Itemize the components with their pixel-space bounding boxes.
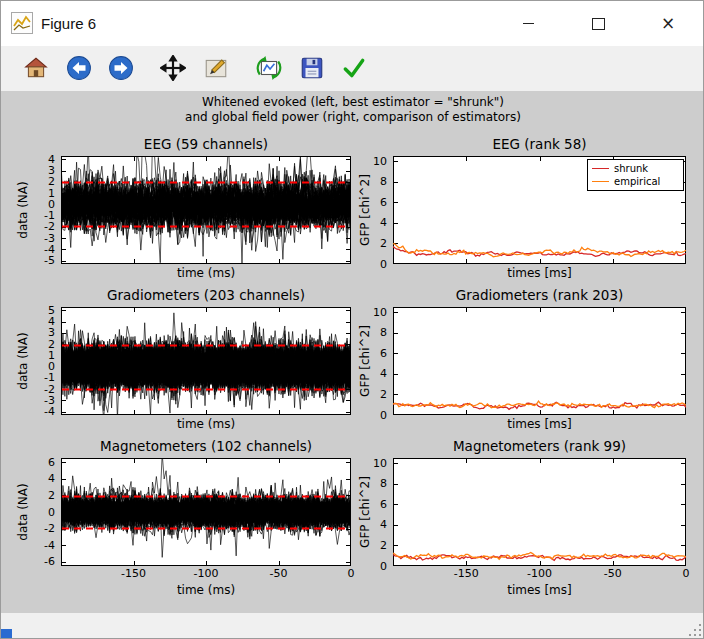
subplot-title: Magnetometers (rank 99): [393, 438, 686, 456]
suptitle-line-1: Whitened evoked (left, best estimator = …: [1, 95, 704, 110]
configure-subplots-button[interactable]: [252, 51, 286, 85]
legend-entry-shrunk: shrunk: [592, 162, 679, 175]
x-axis-label: times [ms]: [393, 417, 686, 431]
status-bar: [1, 613, 704, 639]
subplots-icon: [256, 55, 282, 81]
eeg-evoked-plot-canvas[interactable]: [61, 156, 351, 264]
matplotlib-app-icon: [11, 12, 33, 34]
forward-icon: [108, 55, 134, 81]
edit-button[interactable]: [199, 51, 233, 85]
legend-entry-empirical: empirical: [592, 175, 679, 188]
x-axis-label: times [ms]: [393, 266, 686, 280]
pan-button[interactable]: [156, 51, 190, 85]
save-button[interactable]: [295, 51, 329, 85]
resize-grip[interactable]: [689, 624, 701, 636]
subplot-title: Gradiometers (203 channels): [61, 287, 351, 305]
y-axis-tick-labels: 6420-2-4-6: [11, 458, 55, 566]
x-axis-label: time (ms): [61, 583, 351, 597]
maximize-button[interactable]: [563, 1, 633, 46]
x-axis-tick-labels: -150-100-500: [393, 567, 686, 580]
legend: shrunk empirical: [587, 159, 684, 191]
y-axis-tick-labels: 0246810: [353, 458, 387, 566]
legend-label: empirical: [614, 176, 660, 188]
x-axis-label: time (ms): [61, 266, 351, 280]
subplot-eeg-gfp: EEG (rank 58) GFP [chi^2] 0246810 times …: [353, 136, 686, 301]
subplot-eeg-evoked: EEG (59 channels) data (NA) 43210-1-2-3-…: [11, 136, 356, 301]
grad-evoked-plot-canvas[interactable]: [61, 307, 351, 415]
close-icon: ×: [661, 15, 675, 32]
y-axis-tick-labels: 43210-1-2-3-4-5: [11, 156, 55, 264]
minimize-button[interactable]: [493, 1, 563, 46]
minimize-icon: [523, 23, 534, 24]
mag-evoked-plot-canvas[interactable]: [61, 458, 351, 566]
window-title: Figure 6: [41, 1, 96, 46]
maximize-icon: [592, 18, 605, 30]
grad-gfp-plot-canvas[interactable]: [393, 307, 686, 415]
close-button[interactable]: ×: [633, 1, 703, 46]
home-button[interactable]: [19, 51, 53, 85]
y-axis-tick-labels: 0246810: [353, 156, 387, 264]
suptitle-line-2: and global field power (right, compariso…: [1, 110, 704, 125]
subplot-title: EEG (59 channels): [61, 136, 351, 154]
forward-button[interactable]: [104, 51, 138, 85]
save-icon: [299, 55, 325, 81]
subplot-title: EEG (rank 58): [393, 136, 686, 154]
back-button[interactable]: [62, 51, 96, 85]
subplot-grad-evoked: Gradiometers (203 channels) data (NA) 54…: [11, 287, 356, 452]
pencil-icon: [203, 55, 229, 81]
x-axis-tick-labels: -150-100-500: [61, 567, 351, 580]
legend-line-empirical: [592, 181, 609, 182]
check-icon: [341, 55, 367, 81]
matplotlib-toolbar: [1, 46, 703, 91]
subplot-mag-gfp: Magnetometers (rank 99) GFP [chi^2] 0246…: [353, 438, 686, 603]
subplot-grad-gfp: Gradiometers (rank 203) GFP [chi^2] 0246…: [353, 287, 686, 452]
subplot-title: Magnetometers (102 channels): [61, 438, 351, 456]
subplot-title: Gradiometers (rank 203): [393, 287, 686, 305]
x-axis-label: time (ms): [61, 417, 351, 431]
figure-window: Figure 6 × Whitened ev: [0, 0, 704, 639]
home-icon: [23, 55, 49, 81]
y-axis-tick-labels: 0246810: [353, 307, 387, 415]
figure-suptitle: Whitened evoked (left, best estimator = …: [1, 95, 704, 125]
legend-label: shrunk: [614, 163, 648, 175]
legend-line-shrunk: [592, 168, 609, 169]
back-icon: [66, 55, 92, 81]
subplot-mag-evoked: Magnetometers (102 channels) data (NA) 6…: [11, 438, 356, 603]
apply-button[interactable]: [337, 51, 371, 85]
mag-gfp-plot-canvas[interactable]: [393, 458, 686, 566]
x-axis-label: times [ms]: [393, 583, 686, 597]
title-bar[interactable]: Figure 6 ×: [1, 1, 703, 46]
pan-icon: [160, 55, 186, 81]
taskbar-corner-fragment: [1, 629, 12, 638]
y-axis-tick-labels: 543210-1-2-3-4: [11, 307, 55, 415]
